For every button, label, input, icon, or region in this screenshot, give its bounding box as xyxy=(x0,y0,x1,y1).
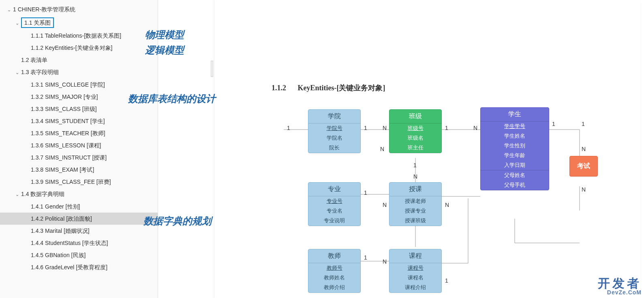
cardinality-label: 1 xyxy=(364,125,367,131)
cardinality-label: 1 xyxy=(413,162,417,168)
entity-title: 教师 xyxy=(308,249,360,263)
entity-class[interactable]: 班级 班级号 班级名 班主任 xyxy=(389,109,442,153)
watermark-url: DevZe.CoM xyxy=(598,289,642,296)
tree-node-1-4[interactable]: ⌄1.4 数据字典明细 xyxy=(0,188,158,200)
entity-field: 父母姓名 xyxy=(481,170,549,180)
entity-field: 教师介绍 xyxy=(308,283,360,292)
tree-leaf-label: 1.3.8 SIMS_EXAM [考试] xyxy=(31,166,94,173)
tree-leaf-144[interactable]: 1.4.4 StudentStatus [学生状态] xyxy=(0,237,158,249)
entity-field: 学生性别 xyxy=(481,141,549,151)
section-number: 1.1.2 xyxy=(272,84,286,92)
annotation-physical-model: 物理模型 xyxy=(145,28,184,41)
tree-leaf-label: 1.3.1 SIMS_COLLEGE [学院] xyxy=(31,81,105,88)
section-title-cn: [关键业务对象] xyxy=(337,84,385,92)
tree-leaf-112[interactable]: 1.1.2 KeyEntities-[关键业务对象] xyxy=(0,42,158,54)
section-heading: 1.1.2 KeyEntities-[关键业务对象] xyxy=(272,83,385,93)
cardinality-label: 1 xyxy=(552,121,555,127)
tree-node-label: 1.3 表字段明细 xyxy=(21,69,59,75)
cardinality-label: N xyxy=(380,146,384,152)
entity-field: 学院名 xyxy=(308,133,360,143)
entity-field: 入学日期 xyxy=(481,160,549,170)
tree-leaf-146[interactable]: 1.4.6 GradeLevel [受教育程度] xyxy=(0,261,158,273)
entity-title: 课程 xyxy=(389,249,441,263)
tree-root[interactable]: ⌄1 CHINER-教学管理系统 xyxy=(0,3,158,16)
tree-leaf-label: 1.3.6 SIMS_LESSON [课程] xyxy=(31,142,101,149)
tree-leaf-141[interactable]: 1.4.1 Gender [性别] xyxy=(0,200,158,213)
cardinality-label: N xyxy=(413,173,417,180)
entity-field: 班级号 xyxy=(389,123,441,133)
tree-leaf-label: 1.4.5 GBNation [民族] xyxy=(31,252,86,258)
tree-node-1-3[interactable]: ⌄1.3 表字段明细 xyxy=(0,66,158,79)
tree-node-label: 1.2 表清单 xyxy=(21,57,47,63)
annotation-logical-model: 逻辑模型 xyxy=(145,44,184,57)
tree-node-1-1-label: 1.1 关系图 xyxy=(21,17,54,28)
tree-leaf-142[interactable]: 1.4.2 Political [政治面貌] xyxy=(0,213,158,225)
entity-student[interactable]: 学生 学生学号 学生姓名 学生性别 学生年龄 入学日期 父母姓名 父母手机 xyxy=(480,107,549,190)
er-diagram: 学院 学院号 学院名 院长 班级 班级号 班级名 班主任 学生 学生学号 学生姓… xyxy=(243,105,640,298)
page-edge-indicator xyxy=(211,61,213,77)
entity-title: 班级 xyxy=(389,110,441,123)
annotation-dictionary-plan: 数据字典的规划 xyxy=(143,215,212,228)
tree-leaf-137[interactable]: 1.3.7 SIMS_INSTRUCT [授课] xyxy=(0,151,158,164)
entity-field: 学生年龄 xyxy=(481,151,549,160)
cardinality-label: N xyxy=(383,202,387,208)
tree-leaf-143[interactable]: 1.4.3 Marital [婚姻状况] xyxy=(0,225,158,237)
tree-leaf-134[interactable]: 1.3.4 SIMS_STUDENT [学生] xyxy=(0,115,158,127)
entity-title: 专业 xyxy=(308,183,360,196)
entity-title: 学院 xyxy=(308,110,360,123)
entity-field: 课程名 xyxy=(389,273,441,283)
tree-leaf-label: 1.3.7 SIMS_INSTRUCT [授课] xyxy=(31,154,107,161)
entity-field: 教师号 xyxy=(308,263,360,273)
watermark: 开发者 DevZe.CoM xyxy=(598,277,642,296)
tree-leaf-145[interactable]: 1.4.5 GBNation [民族] xyxy=(0,249,158,261)
entity-college[interactable]: 学院 学院号 学院名 院长 xyxy=(308,109,361,153)
tree-root-label: 1 CHINER-教学管理系统 xyxy=(13,6,75,13)
entity-major[interactable]: 专业 专业号 专业名 专业说明 xyxy=(308,182,361,226)
entity-teacher[interactable]: 教师 教师号 教师姓名 教师介绍 xyxy=(308,249,361,293)
tree-leaf-135[interactable]: 1.3.5 SIMS_TEACHER [教师] xyxy=(0,127,158,139)
tree-leaf-label: 1.4.1 Gender [性别] xyxy=(31,203,80,210)
cardinality-label: 1 xyxy=(445,277,448,284)
entity-field: 学生姓名 xyxy=(481,131,549,141)
chevron-down-icon: ⌄ xyxy=(7,5,12,14)
entity-field: 学院号 xyxy=(308,123,360,133)
chevron-down-icon: ⌄ xyxy=(15,190,20,199)
tree-leaf-label: 1.4.4 StudentStatus [学生状态] xyxy=(31,240,108,246)
tree-leaf-139[interactable]: 1.3.9 SIMS_CLASS_FEE [班费] xyxy=(0,176,158,188)
entity-exam[interactable]: 考试 xyxy=(569,156,598,177)
cardinality-label: 1 xyxy=(364,189,367,196)
cardinality-label: N xyxy=(383,258,387,265)
tree-leaf-136[interactable]: 1.3.6 SIMS_LESSON [课程] xyxy=(0,139,158,151)
tree-node-1-1[interactable]: ⌄1.1 关系图 xyxy=(0,16,158,30)
entity-instruct[interactable]: 授课 授课老师 授课专业 授课班级 xyxy=(389,182,442,226)
cardinality-label: 1 xyxy=(582,121,585,127)
entity-field: 班主任 xyxy=(389,143,441,153)
tree-leaf-111[interactable]: 1.1.1 TableRelations-[数据表关系图] xyxy=(0,30,158,42)
tree-node-label: 1.4 数据字典明细 xyxy=(21,191,64,197)
chevron-down-icon: ⌄ xyxy=(15,19,20,28)
entity-field: 授课专业 xyxy=(389,206,441,216)
entity-field: 课程介绍 xyxy=(389,283,441,292)
tree-leaf-label: 1.3.3 SIMS_CLASS [班级] xyxy=(31,106,97,112)
entity-lesson[interactable]: 课程 课程号 课程名 课程介绍 xyxy=(389,249,442,293)
tree-leaf-label: 1.4.6 GradeLevel [受教育程度] xyxy=(31,264,107,270)
annotation-table-design: 数据库表结构的设计 xyxy=(128,92,216,105)
tree-leaf-label: 1.3.2 SIMS_MAJOR [专业] xyxy=(31,94,98,100)
entity-field: 学生学号 xyxy=(481,121,549,131)
tree-leaf-label: 1.3.5 SIMS_TEACHER [教师] xyxy=(31,130,105,136)
entity-field: 院长 xyxy=(308,143,360,153)
tree-leaf-131[interactable]: 1.3.1 SIMS_COLLEGE [学院] xyxy=(0,79,158,91)
tree-leaf-label: 1.1.2 KeyEntities-[关键业务对象] xyxy=(31,45,113,51)
tree-node-1-2[interactable]: 1.2 表清单 xyxy=(0,54,158,66)
chevron-down-icon: ⌄ xyxy=(15,68,20,77)
tree-leaf-138[interactable]: 1.3.8 SIMS_EXAM [考试] xyxy=(0,164,158,176)
cardinality-label: N xyxy=(473,125,477,131)
tree-leaf-label: 1.4.3 Marital [婚姻状况] xyxy=(31,228,90,234)
cardinality-label: N xyxy=(582,186,586,193)
cardinality-label: 1 xyxy=(287,125,290,131)
tree-leaf-label: 1.3.9 SIMS_CLASS_FEE [班费] xyxy=(31,179,111,185)
tree-leaf-label: 1.1.1 TableRelations-[数据表关系图] xyxy=(31,32,121,39)
tree-leaf-label: 1.4.2 Political [政治面貌] xyxy=(31,215,92,222)
entity-field: 专业说明 xyxy=(308,216,360,226)
cardinality-label: N xyxy=(445,202,449,208)
